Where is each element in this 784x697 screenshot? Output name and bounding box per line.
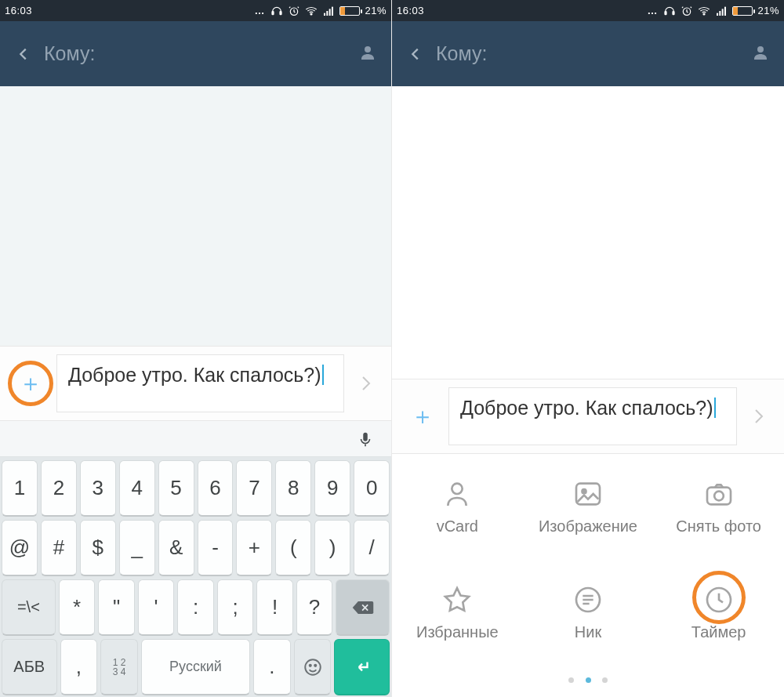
wifi-icon: [305, 5, 318, 17]
numpad-label: 1 23 4: [113, 658, 126, 677]
key-abc[interactable]: АБВ: [2, 639, 57, 695]
emoji-icon: [303, 657, 323, 677]
battery-icon: [339, 6, 360, 16]
attach-button[interactable]: ＋: [397, 390, 448, 442]
key-2[interactable]: 2: [41, 460, 77, 517]
svg-rect-25: [707, 488, 731, 505]
key-underscore[interactable]: _: [119, 520, 155, 576]
key-dquote[interactable]: ": [98, 579, 135, 636]
camera-icon: [703, 478, 735, 510]
key-backspace[interactable]: [336, 579, 390, 636]
key-colon[interactable]: :: [177, 579, 214, 636]
svg-rect-7: [332, 6, 333, 15]
key-bang[interactable]: !: [256, 579, 293, 636]
attach-timer[interactable]: Таймер: [653, 560, 784, 666]
key-lparen[interactable]: (: [275, 520, 311, 576]
app-header: Кому:: [392, 21, 784, 86]
plus-icon: ＋: [411, 401, 434, 433]
svg-point-11: [309, 664, 310, 666]
back-button[interactable]: [400, 38, 431, 70]
key-3[interactable]: 3: [80, 460, 116, 517]
key-5[interactable]: 5: [158, 460, 194, 517]
key-4[interactable]: 4: [119, 460, 155, 517]
person-outline-icon: [441, 478, 473, 510]
key-9[interactable]: 9: [314, 460, 350, 517]
svg-rect-0: [272, 11, 274, 14]
key-dollar[interactable]: $: [80, 520, 116, 576]
svg-point-3: [310, 13, 312, 15]
add-contact-button[interactable]: [352, 43, 383, 65]
message-input[interactable]: Доброе утро. Как спалось?): [448, 387, 737, 445]
status-time: 16:03: [5, 5, 32, 16]
key-period[interactable]: .: [253, 639, 291, 695]
key-rparen[interactable]: ): [314, 520, 350, 576]
star-icon: [441, 584, 473, 615]
left-screenshot: 16:03 … 21% Кому: ＋ Доброе утро. Как: [0, 0, 392, 697]
keyboard-toolbar: [0, 421, 391, 457]
attach-vcard[interactable]: vCard: [392, 454, 523, 560]
key-numpad[interactable]: 1 23 4: [100, 639, 138, 695]
message-input[interactable]: Доброе утро. Как спалось?): [56, 354, 344, 412]
chat-icon: [572, 584, 604, 615]
enter-icon: [352, 657, 372, 677]
attach-label: Изображение: [539, 517, 637, 535]
svg-point-12: [314, 664, 316, 666]
key-enter[interactable]: [334, 639, 390, 695]
svg-rect-19: [722, 9, 724, 16]
chevron-left-icon: [15, 45, 32, 63]
add-contact-button[interactable]: [745, 43, 776, 65]
key-amp[interactable]: &: [158, 520, 194, 576]
key-row-4: АБВ , 1 23 4 Русский .: [0, 637, 391, 697]
attach-label: vCard: [437, 517, 478, 535]
signal-icon: [715, 5, 728, 17]
compose-bar: ＋ Доброе утро. Как спалось?): [392, 379, 784, 454]
key-6[interactable]: 6: [198, 460, 234, 517]
battery-icon: [732, 6, 753, 16]
key-0[interactable]: 0: [354, 460, 390, 517]
key-question[interactable]: ?: [296, 579, 333, 636]
key-slash[interactable]: /: [354, 520, 390, 576]
chevron-right-icon: [356, 372, 375, 395]
svg-rect-18: [720, 11, 721, 16]
key-space[interactable]: Русский: [141, 639, 250, 695]
key-semicolon[interactable]: ;: [217, 579, 254, 636]
key-star[interactable]: *: [59, 579, 96, 636]
recipient-field[interactable]: Кому:: [431, 42, 487, 65]
plus-icon: ＋: [19, 368, 42, 400]
attach-favorites[interactable]: Избранные: [392, 560, 523, 666]
attach-button[interactable]: ＋: [5, 358, 56, 409]
key-symbols-toggle[interactable]: =\<: [2, 579, 56, 636]
svg-rect-9: [363, 432, 368, 441]
send-button[interactable]: [737, 405, 779, 428]
messages-area: [392, 86, 784, 379]
svg-rect-4: [324, 13, 325, 15]
key-at[interactable]: @: [2, 520, 38, 576]
key-7[interactable]: 7: [236, 460, 272, 517]
send-button[interactable]: [344, 372, 387, 395]
key-squote[interactable]: ': [138, 579, 175, 636]
headset-icon: [270, 5, 283, 17]
key-1[interactable]: 1: [2, 460, 38, 517]
recipient-field[interactable]: Кому:: [39, 42, 95, 65]
message-text: Доброе утро. Как спалось?): [460, 397, 713, 419]
attach-image[interactable]: Изображение: [523, 454, 654, 560]
status-bar: 16:03 … 21%: [0, 0, 391, 21]
attach-nick[interactable]: Ник: [523, 560, 654, 666]
svg-point-10: [305, 659, 321, 675]
mic-icon[interactable]: [357, 430, 374, 448]
key-emoji[interactable]: [294, 639, 332, 695]
wifi-icon: [698, 5, 710, 17]
person-icon: [751, 43, 770, 62]
attach-camera[interactable]: Снять фото: [653, 454, 784, 560]
key-row-1: 1 2 3 4 5 6 7 8 9 0: [0, 459, 391, 518]
svg-point-22: [452, 484, 463, 494]
soft-keyboard: 1 2 3 4 5 6 7 8 9 0 @ # $ _ & - + ( ) / …: [0, 457, 391, 697]
svg-point-21: [757, 46, 764, 53]
key-comma[interactable]: ,: [60, 639, 98, 695]
key-hash[interactable]: #: [41, 520, 77, 576]
key-plus[interactable]: +: [236, 520, 272, 576]
key-dash[interactable]: -: [198, 520, 234, 576]
key-8[interactable]: 8: [275, 460, 311, 517]
back-button[interactable]: [8, 38, 39, 70]
status-bar: 16:03 … 21%: [392, 0, 784, 21]
